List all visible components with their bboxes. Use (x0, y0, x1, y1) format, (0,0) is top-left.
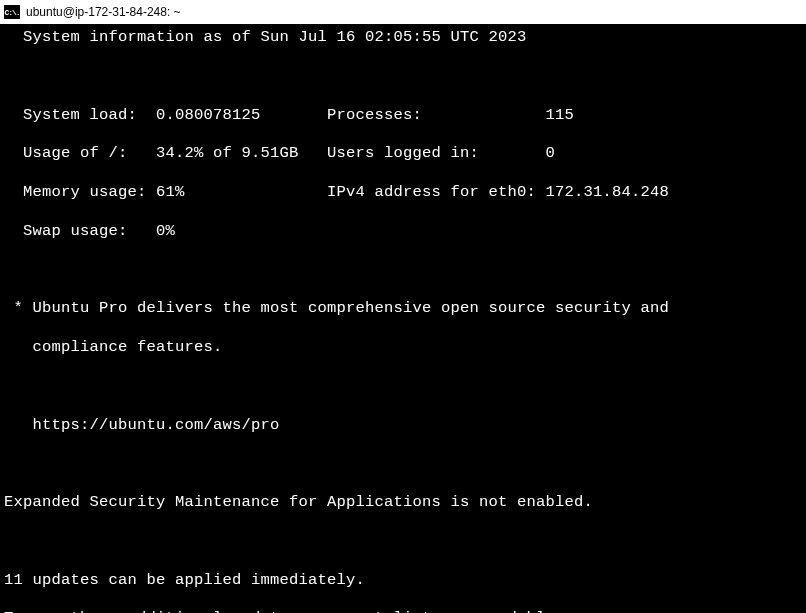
terminal-output[interactable]: System information as of Sun Jul 16 02:0… (0, 24, 806, 613)
stats-row-4: Swap usage: 0% (4, 222, 802, 241)
stats-row-1: System load: 0.080078125 Processes: 115 (4, 106, 802, 125)
updates-line-2: To see these additional updates run: apt… (4, 609, 802, 613)
blank-line (4, 377, 802, 396)
blank-line (4, 67, 802, 86)
window-title-bar: C:\. ubuntu@ip-172-31-84-248: ~ (0, 0, 806, 24)
window-title: ubuntu@ip-172-31-84-248: ~ (26, 5, 181, 19)
ubuntu-pro-url: https://ubuntu.com/aws/pro (4, 416, 802, 435)
updates-line-1: 11 updates can be applied immediately. (4, 571, 802, 590)
stats-row-3: Memory usage: 61% IPv4 address for eth0:… (4, 183, 802, 202)
sysinfo-header: System information as of Sun Jul 16 02:0… (4, 28, 802, 47)
blank-line (4, 532, 802, 551)
blank-line (4, 454, 802, 473)
ubuntu-pro-line-2: compliance features. (4, 338, 802, 357)
stats-row-2: Usage of /: 34.2% of 9.51GB Users logged… (4, 144, 802, 163)
esm-status: Expanded Security Maintenance for Applic… (4, 493, 802, 512)
terminal-icon: C:\. (4, 5, 20, 19)
blank-line (4, 261, 802, 280)
ubuntu-pro-line-1: * Ubuntu Pro delivers the most comprehen… (4, 299, 802, 318)
